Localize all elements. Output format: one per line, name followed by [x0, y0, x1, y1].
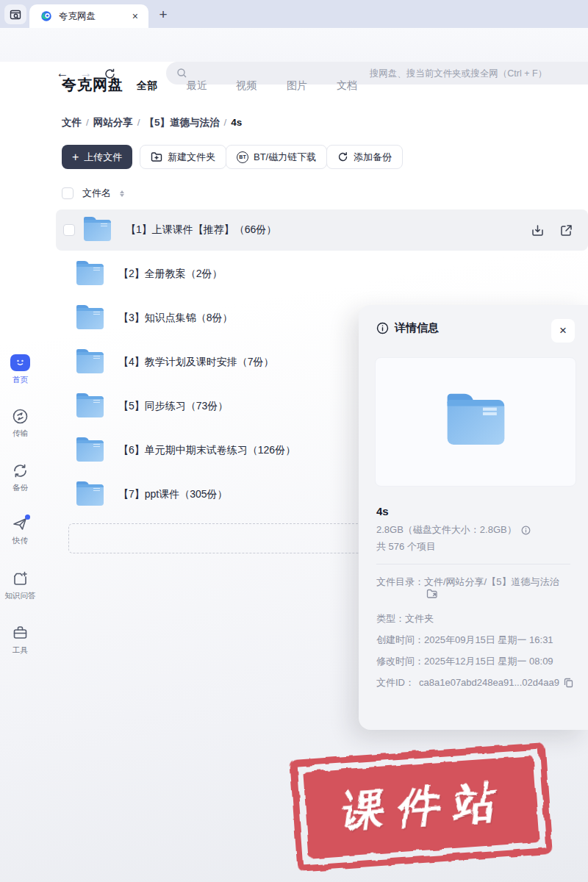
row-checkbox[interactable]: [63, 224, 75, 236]
select-all-checkbox[interactable]: [62, 187, 74, 199]
sidebar: 首页 传输 备份: [0, 62, 40, 882]
sidebar-item-label: 备份: [12, 483, 28, 493]
download-icon[interactable]: [531, 223, 545, 237]
close-icon[interactable]: ×: [551, 319, 575, 343]
quick-send-icon: [12, 515, 29, 532]
bt-magnet-download-button[interactable]: BT BT/磁力链下载: [226, 145, 327, 169]
folder-icon: [76, 484, 104, 506]
folder-icon: [76, 352, 104, 373]
tab-video[interactable]: 视频: [236, 79, 257, 93]
tab-search-icon[interactable]: [4, 4, 26, 24]
sidebar-item-label: 知识问答: [5, 591, 36, 601]
breadcrumb-item[interactable]: 【5】道德与法治: [145, 117, 220, 128]
detail-file-id: 文件ID：ca8a1e07abd248ea91...02d4aa9: [376, 676, 573, 689]
sidebar-item-label: 首页: [12, 375, 28, 385]
tools-icon: [12, 625, 29, 642]
divider: [376, 564, 570, 564]
folder-icon: [84, 220, 111, 241]
search-icon: [176, 68, 187, 79]
folder-icon: [76, 396, 104, 417]
folder-icon: [76, 264, 104, 285]
brand-title: 夸克网盘: [62, 75, 123, 95]
watermark-stamp: 课件站: [290, 742, 553, 872]
sidebar-item-tools[interactable]: 工具: [0, 625, 40, 656]
list-header: 文件名: [62, 187, 124, 200]
sidebar-item-label: 传输: [12, 429, 28, 439]
folder-icon: [76, 440, 104, 462]
copy-icon[interactable]: [564, 678, 573, 688]
new-folder-button[interactable]: 新建文件夹: [140, 145, 226, 169]
detail-directory-path[interactable]: 文件/网站分享/【5】道德与法治: [424, 576, 559, 587]
knowledge-qa-icon: [12, 570, 29, 587]
sync-icon: [337, 151, 348, 162]
folder-name[interactable]: 【1】上课课件【推荐】（66份）: [126, 223, 531, 237]
sidebar-item-transfer[interactable]: 传输: [0, 408, 40, 439]
backup-icon: [12, 462, 29, 479]
detail-size: 2.8GB（磁盘文件大小：2.8GB）: [376, 523, 573, 537]
search-input[interactable]: [187, 68, 588, 79]
tab-image[interactable]: 图片: [287, 79, 307, 93]
sidebar-item-backup[interactable]: 备份: [0, 462, 40, 493]
details-panel: 详情信息 × 4s 2.8GB（磁盘文件大小：2.8GB） 共 576 个项目 …: [359, 305, 588, 730]
search-bar[interactable]: [166, 62, 588, 85]
browser-navbar: ← →: [0, 28, 588, 62]
tab-title: 夸克网盘: [59, 10, 129, 23]
breadcrumb-current: 4s: [231, 117, 242, 128]
browser-tab-quark[interactable]: 夸克网盘 ×: [29, 4, 148, 28]
filename-column-header[interactable]: 文件名: [82, 187, 111, 200]
tab-document[interactable]: 文档: [337, 79, 357, 93]
home-icon: [10, 354, 30, 371]
new-tab-button[interactable]: +: [154, 6, 172, 24]
sidebar-item-home[interactable]: 首页: [0, 354, 40, 385]
breadcrumb: 文件/网站分享/【5】道德与法治/4s: [62, 116, 242, 129]
details-title: 详情信息: [395, 321, 439, 335]
sort-icon[interactable]: [120, 190, 124, 197]
quark-logo-icon: [40, 10, 53, 23]
plus-icon: +: [72, 151, 79, 163]
folder-plus-icon: [151, 151, 162, 162]
file-row[interactable]: 【1】上课课件【推荐】（66份）: [56, 209, 588, 251]
folder-icon: [447, 400, 504, 445]
tab-recent[interactable]: 最近: [187, 79, 207, 93]
info-icon: [376, 322, 389, 334]
detail-item-count: 共 576 个项目: [376, 540, 573, 553]
tab-close-icon[interactable]: ×: [129, 10, 141, 23]
browser-tabstrip: 夸克网盘 × +: [0, 0, 588, 28]
open-external-icon[interactable]: [559, 223, 573, 237]
goto-folder-icon[interactable]: [426, 589, 438, 599]
folder-icon: [76, 308, 104, 329]
info-icon[interactable]: [521, 526, 531, 535]
detail-created-time: 创建时间：2025年09月15日 星期一 16:31: [376, 634, 573, 647]
detail-directory: 文件目录：文件/网站分享/【5】道德与法治: [376, 576, 573, 599]
stamp-text: 课件站: [329, 772, 514, 842]
folder-name[interactable]: 【2】全册教案（2份）: [118, 268, 588, 281]
tab-all[interactable]: 全部: [137, 79, 157, 93]
details-panel-header: 详情信息: [376, 321, 439, 335]
detail-type: 类型：文件夹: [376, 612, 573, 625]
sidebar-item-quick-send[interactable]: 快传: [0, 515, 40, 546]
detail-modified-time: 修改时间：2025年12月15日 星期一 08:09: [376, 655, 573, 668]
add-backup-button[interactable]: 添加备份: [326, 145, 403, 169]
bt-icon: BT: [237, 151, 248, 163]
breadcrumb-item[interactable]: 文件: [62, 117, 82, 128]
transfer-icon: [12, 408, 29, 425]
notification-dot: [25, 514, 30, 520]
sidebar-item-label: 快传: [12, 536, 28, 546]
folder-preview-card: [375, 357, 576, 487]
file-row[interactable]: 【2】全册教案（2份）: [56, 254, 588, 295]
quark-drive-page: 夸克网盘 × + ← → 首页: [0, 0, 588, 882]
upload-file-button[interactable]: + 上传文件: [62, 145, 132, 169]
sidebar-item-label: 工具: [12, 645, 28, 656]
breadcrumb-item[interactable]: 网站分享: [93, 117, 133, 128]
sidebar-item-knowledge-qa[interactable]: 知识问答: [0, 570, 40, 601]
detail-folder-name: 4s: [376, 505, 389, 517]
